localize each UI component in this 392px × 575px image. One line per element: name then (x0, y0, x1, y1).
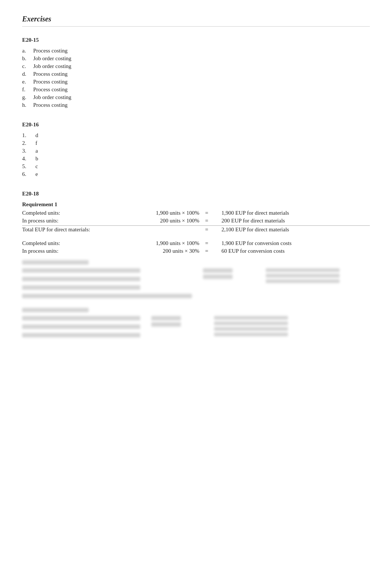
blurred-req3 (22, 308, 370, 340)
list-number: 6. (22, 171, 35, 177)
list-item: b. Job order costing (22, 55, 370, 62)
list-answer: b (35, 156, 370, 162)
total-dm-label: Total EUP for direct materials: (22, 227, 118, 233)
blurred-req2 (22, 260, 370, 300)
calc-result: 60 EUP for conversion costs (214, 248, 370, 254)
calc-label: Completed units: (22, 240, 118, 246)
exercise-id-e20-18: E20-18 (22, 191, 370, 197)
calc-label: In process units: (22, 218, 118, 224)
list-answer: d (35, 132, 370, 139)
calc-label: In process units: (22, 248, 118, 254)
calc-equals: = (199, 210, 214, 216)
list-item: 4. b (22, 156, 370, 162)
list-letter: d. (22, 71, 33, 77)
calc-result: 1,900 EUP for conversion costs (214, 240, 370, 246)
list-item: a. Process costing (22, 48, 370, 54)
list-number: 1. (22, 132, 35, 139)
calc-row-dm: In process units: 200 units × 100% = 200… (22, 218, 370, 224)
list-answer: e (35, 171, 370, 177)
list-answer: a (35, 148, 370, 154)
list-letter: a. (22, 48, 33, 54)
section-title: Exercises (22, 15, 370, 27)
list-number: 3. (22, 148, 35, 154)
list-number: 4. (22, 156, 35, 162)
requirement-title: Requirement 1 (22, 201, 370, 208)
calc-rows-conv: Completed units: 1,900 units × 100% = 1,… (22, 240, 370, 254)
calc-row-dm: Completed units: 1,900 units × 100% = 1,… (22, 210, 370, 216)
exercise-e20-15: E20-15 a. Process costing b. Job order c… (22, 37, 370, 108)
list-item: 1. d (22, 132, 370, 139)
calc-row-conv: Completed units: 1,900 units × 100% = 1,… (22, 240, 370, 246)
list-value: Process costing (33, 79, 370, 85)
calc-rows-dm: Completed units: 1,900 units × 100% = 1,… (22, 210, 370, 224)
list-letter: e. (22, 79, 33, 85)
list-item: 6. e (22, 171, 370, 177)
list-item: f. Process costing (22, 86, 370, 93)
list-value: Job order costing (33, 94, 370, 101)
calc-result: 200 EUP for direct materials (214, 218, 370, 224)
calc-formula: 200 units × 100% (118, 218, 199, 224)
calc-result: 1,900 EUP for direct materials (214, 210, 370, 216)
list-item: d. Process costing (22, 71, 370, 77)
calc-total-dm: Total EUP for direct materials: = 2,100 … (22, 225, 370, 233)
list-value: Process costing (33, 86, 370, 93)
list-item: h. Process costing (22, 102, 370, 108)
exercise-id-e20-16: E20-16 (22, 122, 370, 128)
list-letter: g. (22, 94, 33, 101)
calc-formula: 1,900 units × 100% (118, 240, 199, 246)
list-value: Process costing (33, 102, 370, 108)
list-value: Job order costing (33, 63, 370, 69)
calc-label: Completed units: (22, 210, 118, 216)
list-item: 5. c (22, 163, 370, 170)
list-item: c. Job order costing (22, 63, 370, 69)
exercise-id-e20-15: E20-15 (22, 37, 370, 43)
e20-15-list: a. Process costing b. Job order costing … (22, 48, 370, 108)
list-answer: c (35, 163, 370, 170)
calc-equals: = (199, 248, 214, 254)
list-item: e. Process costing (22, 79, 370, 85)
list-item: 3. a (22, 148, 370, 154)
calc-equals: = (199, 218, 214, 224)
e20-16-list: 1. d 2. f 3. a 4. b 5. c 6. e (22, 132, 370, 177)
total-dm-result: 2,100 EUP for direct materials (214, 227, 370, 233)
calc-equals: = (199, 240, 214, 246)
list-letter: c. (22, 63, 33, 69)
list-number: 5. (22, 163, 35, 170)
calc-formula: 200 units × 30% (118, 248, 199, 254)
list-number: 2. (22, 140, 35, 146)
list-value: Process costing (33, 48, 370, 54)
calc-row-conv: In process units: 200 units × 30% = 60 E… (22, 248, 370, 254)
blurred-content (22, 260, 370, 340)
calc-formula: 1,900 units × 100% (118, 210, 199, 216)
exercise-e20-16: E20-16 1. d 2. f 3. a 4. b 5. c 6. e (22, 122, 370, 177)
list-value: Process costing (33, 71, 370, 77)
exercise-e20-18: E20-18 Requirement 1 Completed units: 1,… (22, 191, 370, 340)
total-dm-equals: = (199, 227, 214, 233)
list-answer: f (35, 140, 370, 146)
list-value: Job order costing (33, 55, 370, 62)
list-item: 2. f (22, 140, 370, 146)
list-item: g. Job order costing (22, 94, 370, 101)
list-letter: h. (22, 102, 33, 108)
list-letter: f. (22, 86, 33, 93)
list-letter: b. (22, 55, 33, 62)
